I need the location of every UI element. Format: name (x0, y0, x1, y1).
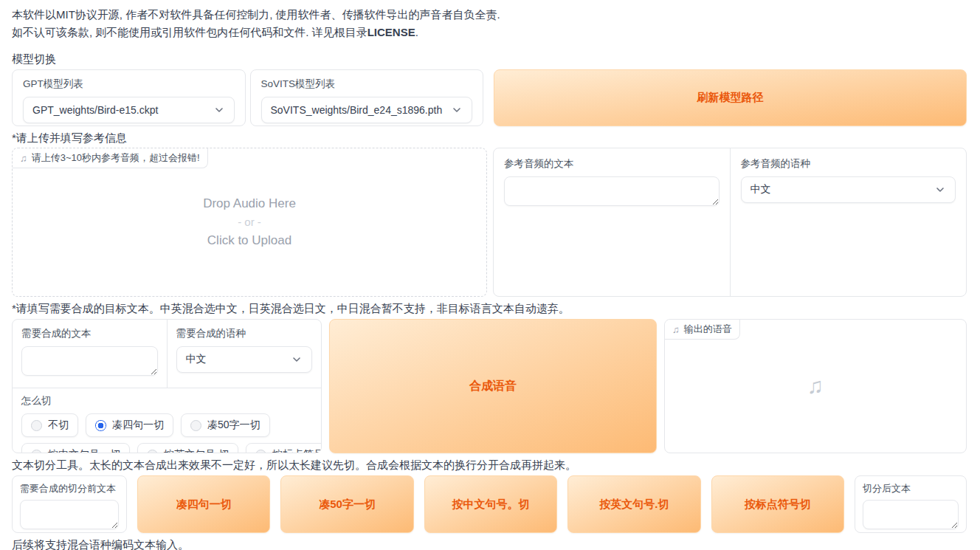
cut-input-textarea[interactable] (20, 500, 119, 529)
cut-option-label: 凑四句一切 (112, 419, 164, 432)
reference-row: ♫ 请上传3~10秒内参考音频，超过会报错! Drop Audio Here -… (12, 148, 967, 297)
synthesis-language-label: 需要合成的语种 (176, 327, 313, 340)
cut-punctuation-button[interactable]: 按标点符号切 (711, 475, 844, 533)
gpt-model-value: GPT_weights/Bird-e15.ckpt (32, 104, 158, 116)
cut-method-label: 怎么切 (21, 394, 312, 408)
audio-upload-badge-label: 请上传3~10秒内参考音频，超过会报错! (32, 151, 200, 165)
cut-tool-heading: 文本切分工具。太长的文本合成出来效果不一定好，所以太长建议先切。合成会根据文本的… (12, 458, 967, 472)
gpt-model-select[interactable]: GPT_weights/Bird-e15.ckpt (23, 97, 235, 123)
chevron-down-icon (291, 354, 303, 365)
music-note-icon: ♫ (672, 324, 680, 335)
sovits-model-panel: SoVITS模型列表 SoVITS_weights/Bird_e24_s1896… (250, 69, 484, 126)
synthesize-button[interactable]: 合成语音 (329, 319, 657, 453)
synthesis-top-cells: 需要合成的文本 需要合成的语种 中文 (13, 320, 321, 388)
cut-input-panel: 需要合成的切分前文本 (12, 475, 127, 533)
cut-option-no-cut[interactable]: 不切 (21, 413, 78, 437)
disclaimer-line-2: 如不认可该条款, 则不能使用或引用软件包内任何代码和文件. 详见根目录LICEN… (12, 24, 967, 41)
reference-audio-upload[interactable]: ♫ 请上传3~10秒内参考音频，超过会报错! Drop Audio Here -… (12, 148, 487, 297)
reference-heading: *请上传并填写参考信息 (12, 131, 967, 145)
chevron-down-icon (451, 104, 463, 116)
disclaimer-line-1: 本软件以MIT协议开源, 作者不对软件具备任何控制力, 使用软件者、传播软件导出… (12, 6, 967, 24)
drop-or-text: - or - (203, 213, 296, 231)
synthesis-row: 需要合成的文本 需要合成的语种 中文 怎么切 不切 (12, 319, 967, 453)
cut-output-textarea[interactable] (863, 500, 959, 529)
cut-four-sentences-button[interactable]: 凑四句一切 (137, 475, 270, 533)
synthesis-language-cell: 需要合成的语种 中文 (168, 320, 322, 388)
reference-text-input[interactable] (504, 176, 720, 206)
chevron-down-icon (213, 104, 225, 116)
license-text: LICENSE (368, 26, 415, 38)
synthesis-language-select[interactable]: 中文 (176, 346, 313, 373)
reference-text-cell: 参考音频的文本 (494, 148, 731, 296)
audio-drop-zone[interactable]: Drop Audio Here - or - Click to Upload (203, 194, 296, 250)
cut-option-50-chars[interactable]: 凑50字一切 (181, 413, 270, 437)
click-to-upload-text: Click to Upload (203, 231, 296, 250)
cut-option-four-sentences[interactable]: 凑四句一切 (86, 413, 173, 437)
cut-option-label: 按英文句号.切 (164, 448, 229, 453)
cut-tool-row: 需要合成的切分前文本 凑四句一切 凑50字一切 按中文句号。切 按英文句号.切 … (12, 475, 967, 533)
synthesis-text-label: 需要合成的文本 (21, 327, 158, 340)
cut-method-group: 怎么切 不切 凑四句一切 凑50字一切 (13, 388, 321, 453)
model-switch-heading: 模型切换 (12, 52, 967, 66)
refresh-model-path-button[interactable]: 刷新模型路径 (494, 69, 967, 126)
output-audio-badge: ♫ 输出的语音 (665, 320, 740, 340)
sovits-model-value: SoVITS_weights/Bird_e24_s1896.pth (271, 104, 443, 116)
reference-language-select[interactable]: 中文 (741, 176, 956, 203)
cut-chinese-period-button[interactable]: 按中文句号。切 (424, 475, 557, 533)
music-note-icon: ♫ (807, 374, 824, 399)
synthesis-input-panel: 需要合成的文本 需要合成的语种 中文 怎么切 不切 (12, 319, 322, 453)
output-audio-badge-label: 输出的语音 (684, 323, 732, 336)
gpt-model-panel: GPT模型列表 GPT_weights/Bird-e15.ckpt (12, 69, 246, 126)
audio-upload-badge: ♫ 请上传3~10秒内参考音频，超过会报错! (13, 148, 208, 168)
cut-option-label: 不切 (48, 419, 69, 432)
radio-unchecked-icon (147, 450, 158, 454)
cut-option-label: 按标点符号切 (272, 448, 322, 453)
sovits-model-select[interactable]: SoVITS_weights/Bird_e24_s1896.pth (261, 97, 473, 123)
cut-method-options: 不切 凑四句一切 凑50字一切 按中文句号。切 (21, 413, 312, 453)
radio-unchecked-icon (31, 420, 42, 431)
cut-method-row-1: 不切 凑四句一切 凑50字一切 (21, 413, 312, 437)
model-dropdowns: GPT模型列表 GPT_weights/Bird-e15.ckpt SoVITS… (12, 69, 483, 126)
chevron-down-icon (934, 184, 946, 196)
cut-option-chinese-period[interactable]: 按中文句号。切 (21, 443, 130, 453)
music-note-icon: ♫ (20, 153, 27, 164)
model-row: GPT模型列表 GPT_weights/Bird-e15.ckpt SoVITS… (12, 69, 967, 126)
cut-option-punctuation[interactable]: 按标点符号切 (246, 443, 322, 453)
drop-audio-here-text: Drop Audio Here (203, 194, 296, 213)
output-audio-panel: ♫ 输出的语音 ♫ (664, 319, 967, 453)
footer-note: 后续将支持混合语种编码文本输入。 (12, 537, 967, 550)
disclaimer-text-suffix: . (415, 26, 418, 38)
cut-method-row-2: 按中文句号。切 按英文句号.切 按标点符号切 (21, 443, 312, 453)
cut-option-english-period[interactable]: 按英文句号.切 (137, 443, 238, 453)
cut-output-label: 切分后文本 (863, 482, 959, 495)
reference-info-group: 参考音频的文本 参考音频的语种 中文 (493, 148, 967, 297)
synthesis-language-value: 中文 (186, 353, 207, 366)
radio-unchecked-icon (255, 450, 266, 454)
cut-option-label: 按中文句号。切 (48, 448, 120, 453)
synthesis-text-cell: 需要合成的文本 (13, 320, 168, 388)
cut-option-label: 凑50字一切 (207, 419, 260, 432)
sovits-model-label: SoVITS模型列表 (261, 78, 473, 91)
synthesis-text-input[interactable] (21, 346, 158, 376)
synthesis-heading: *请填写需要合成的目标文本。中英混合选中文，日英混合选日文，中日混合暂不支持，非… (12, 301, 967, 316)
radio-checked-icon (95, 420, 106, 431)
cut-input-label: 需要合成的切分前文本 (20, 482, 119, 495)
radio-unchecked-icon (31, 450, 42, 454)
radio-unchecked-icon (190, 420, 201, 431)
reference-language-cell: 参考音频的语种 中文 (731, 148, 967, 296)
reference-language-label: 参考音频的语种 (741, 157, 956, 171)
cut-english-period-button[interactable]: 按英文句号.切 (567, 475, 700, 533)
reference-text-label: 参考音频的文本 (504, 157, 720, 171)
disclaimer-text: 如不认可该条款, 则不能使用或引用软件包内任何代码和文件. 详见根目录 (12, 26, 368, 38)
gpt-model-label: GPT模型列表 (23, 78, 235, 91)
cut-50-chars-button[interactable]: 凑50字一切 (280, 475, 413, 533)
cut-output-panel: 切分后文本 (855, 475, 967, 533)
reference-language-value: 中文 (750, 183, 771, 196)
